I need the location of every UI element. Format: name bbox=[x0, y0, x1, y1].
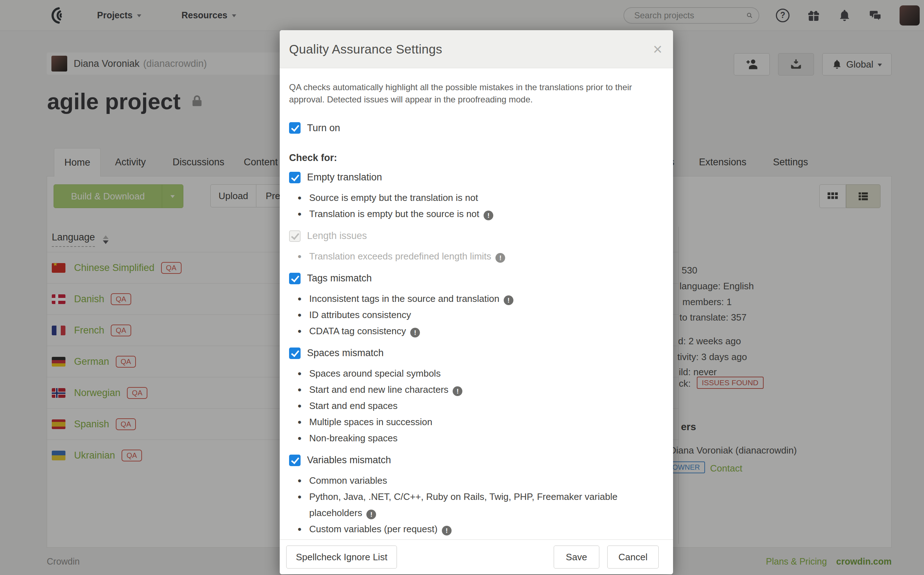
section-checkbox[interactable] bbox=[289, 172, 301, 183]
qa-section: Spaces mismatchSpaces around special sym… bbox=[289, 347, 658, 446]
save-button[interactable]: Save bbox=[554, 546, 600, 569]
section-label: Tags mismatch bbox=[307, 273, 372, 284]
check-item: Start and end spaces bbox=[289, 398, 641, 414]
section-checkbox[interactable] bbox=[289, 348, 301, 359]
info-icon[interactable]: ! bbox=[483, 211, 493, 220]
cancel-button[interactable]: Cancel bbox=[607, 546, 658, 569]
check-item: Spaces around special symbols bbox=[289, 365, 641, 382]
check-item: Non-breaking spaces bbox=[289, 430, 641, 446]
info-icon[interactable]: ! bbox=[366, 510, 376, 519]
turn-on-label: Turn on bbox=[307, 122, 340, 134]
info-icon[interactable]: ! bbox=[453, 386, 462, 396]
check-item: ID attributes consistency bbox=[289, 307, 641, 323]
turn-on-row: Turn on bbox=[289, 122, 658, 134]
section-label: Length issues bbox=[307, 230, 367, 241]
qa-sections: Empty translationSource is empty but the… bbox=[289, 172, 658, 537]
qa-section: Variables mismatchCommon variablesPython… bbox=[289, 454, 658, 537]
check-item: Common variables bbox=[289, 473, 641, 489]
check-item: CDATA tag consistency! bbox=[289, 323, 641, 339]
section-checkbox[interactable] bbox=[289, 273, 301, 284]
spellcheck-ignore-list-button[interactable]: Spellcheck Ignore List bbox=[286, 546, 397, 569]
modal-header: Quality Assurance Settings × bbox=[280, 30, 673, 68]
info-icon[interactable]: ! bbox=[504, 295, 514, 305]
section-label: Spaces mismatch bbox=[307, 348, 383, 359]
qa-section: Empty translationSource is empty but the… bbox=[289, 172, 658, 222]
check-for-heading: Check for: bbox=[289, 152, 658, 164]
info-icon[interactable]: ! bbox=[495, 253, 505, 263]
close-icon[interactable]: × bbox=[653, 41, 662, 57]
section-checkbox[interactable] bbox=[289, 454, 301, 466]
section-checkbox bbox=[289, 230, 301, 242]
info-icon[interactable]: ! bbox=[410, 328, 420, 337]
modal-description: QA checks automatically highlight all th… bbox=[289, 81, 652, 106]
modal-body: QA checks automatically highlight all th… bbox=[280, 68, 673, 539]
check-item: Custom variables (per request)! bbox=[289, 521, 641, 537]
section-label: Empty translation bbox=[307, 172, 382, 183]
check-item: Multiple spaces in succession bbox=[289, 414, 641, 430]
check-item: Source is empty but the translation is n… bbox=[289, 190, 641, 206]
section-label: Variables mismatch bbox=[307, 454, 391, 466]
turn-on-checkbox[interactable] bbox=[289, 122, 301, 134]
crowdin-project-page: Projects Resources ? bbox=[0, 0, 924, 575]
modal-footer: Spellcheck Ignore List Save Cancel bbox=[280, 539, 673, 574]
check-item: Translation is empty but the source is n… bbox=[289, 206, 641, 222]
qa-section: Length issuesTranslation exceeds predefi… bbox=[289, 230, 658, 265]
qa-settings-modal: Quality Assurance Settings × QA checks a… bbox=[280, 30, 673, 574]
check-item: Translation exceeds predefined length li… bbox=[289, 248, 641, 265]
check-item: Start and end new line characters! bbox=[289, 382, 641, 398]
info-icon[interactable]: ! bbox=[442, 526, 452, 535]
check-item: Inconsistent tags in the source and tran… bbox=[289, 291, 641, 307]
modal-title: Quality Assurance Settings bbox=[289, 42, 653, 56]
check-item: Python, Java, .NET, C/C++, Ruby on Rails… bbox=[289, 489, 641, 521]
qa-section: Tags mismatchInconsistent tags in the so… bbox=[289, 272, 658, 339]
